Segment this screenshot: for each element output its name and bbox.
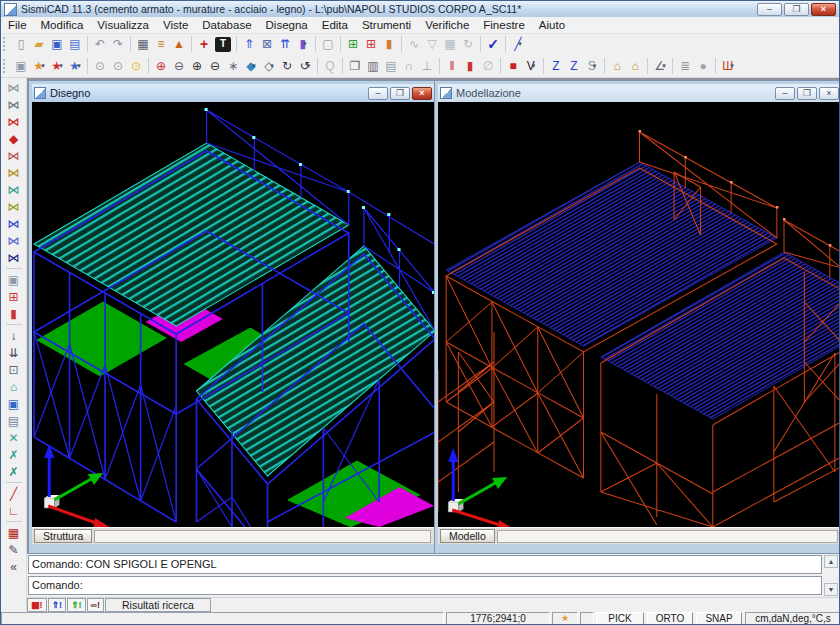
close-button[interactable]: × <box>811 3 836 16</box>
fill-red-square-button[interactable]: ■ <box>504 56 522 75</box>
tab-risultati-ricerca[interactable]: Risultati ricerca <box>105 598 211 612</box>
codes-manager-button[interactable]: ▦ <box>134 35 152 54</box>
beam-red-gray-button[interactable]: ⋈ <box>5 147 23 164</box>
angle-measure-button[interactable]: ∠▾ <box>651 56 669 75</box>
steel-z-2-button[interactable]: Z <box>565 56 583 75</box>
column-section-button[interactable]: ▮ <box>461 56 479 75</box>
tile-windows-button[interactable]: ❐ <box>346 56 364 75</box>
lamp-on-button[interactable]: ⊙ <box>127 56 145 75</box>
new-document-button[interactable]: ▯ <box>12 35 30 54</box>
window-blue-button[interactable]: ▣ <box>5 395 23 412</box>
menu-modifica[interactable]: Modifica <box>34 19 91 31</box>
save-table-button[interactable]: ▦ <box>5 524 23 541</box>
solid-block-button[interactable]: ▤ <box>382 56 400 75</box>
menu-database[interactable]: Database <box>195 19 258 31</box>
steel-s-dropdown-icon[interactable]: ▾ <box>593 62 597 70</box>
structure-check-button[interactable]: ⇈ <box>276 35 294 54</box>
reinforcement-button[interactable]: Ш▾ <box>719 56 737 75</box>
table-red-button[interactable]: ⊞ <box>5 288 23 305</box>
solid-view-dropdown-icon[interactable]: ▾ <box>303 40 307 48</box>
save-button[interactable]: ▣ <box>48 35 66 54</box>
menu-disegna[interactable]: Disegna <box>259 19 315 31</box>
diagram-column-button[interactable]: ▮ <box>380 35 398 54</box>
verify-v-dropdown-icon[interactable]: ▾ <box>532 62 536 70</box>
disegno-minimize-button[interactable]: – <box>368 87 388 100</box>
toolbar-grip[interactable] <box>3 37 8 51</box>
roof-design-2-button[interactable]: ⌂ <box>626 56 644 75</box>
dome-tool-button[interactable]: ∩ <box>400 56 418 75</box>
orto-toggle-button[interactable]: ORTO <box>647 612 693 625</box>
zoom-in-button[interactable]: ⊕ <box>188 56 206 75</box>
measure-12-button[interactable]: ✗ <box>5 463 23 480</box>
toolbar-grip[interactable] <box>3 59 8 73</box>
layer-stack-button[interactable]: ≣ <box>676 56 694 75</box>
orbit-view-button[interactable]: ↺▾ <box>296 56 314 75</box>
beam-yellow-red-button[interactable]: ⋈ <box>5 164 23 181</box>
command-prompt-input[interactable]: Comando: <box>28 576 822 595</box>
scroll-up-icon[interactable]: ▲ <box>824 555 838 568</box>
beam-release-gray-1-button[interactable]: ⋈ <box>5 79 23 96</box>
steel-z-1-button[interactable]: Z <box>547 56 565 75</box>
sheet-number-button[interactable]: ⊡ <box>5 361 23 378</box>
scroll-down-icon[interactable]: ▼ <box>824 583 838 596</box>
angle-measure-dropdown-icon[interactable]: ▾ <box>662 62 666 70</box>
plugin-manager-button[interactable]: + <box>195 35 213 54</box>
materials-archive-button[interactable]: ▲ <box>170 35 188 54</box>
cut-teal-button[interactable]: ✕ <box>5 429 23 446</box>
italic-o-button[interactable]: ∅ <box>479 56 497 75</box>
extrusion-box-button[interactable]: ▣ <box>12 56 30 75</box>
beam-release-gray-2-button[interactable]: ⋈ <box>5 96 23 113</box>
verify-v-button[interactable]: V▾ <box>522 56 540 75</box>
menu-strumenti[interactable]: Strumenti <box>355 19 418 31</box>
undo-button[interactable]: ↶ <box>91 35 109 54</box>
pan-button[interactable]: ∗ <box>224 56 242 75</box>
line-red-button[interactable]: ╱ <box>5 485 23 502</box>
wireframe-view-dropdown-icon[interactable]: ▾ <box>270 62 274 70</box>
alert-search-button[interactable]: ∞! <box>87 598 104 612</box>
table-results-red-button[interactable]: ⊞ <box>362 35 380 54</box>
alert-structure-button[interactable]: ⇑! <box>48 598 67 612</box>
section-cut-button[interactable]: ⊠ <box>258 35 276 54</box>
arrows-down-button[interactable]: ⇊ <box>5 344 23 361</box>
menu-finestre[interactable]: Finestre <box>476 19 532 31</box>
node-red-button[interactable]: ◆ <box>5 130 23 147</box>
zoom-out-button[interactable]: ⊖ <box>206 56 224 75</box>
zoom-previous-button[interactable]: ⊖ <box>170 56 188 75</box>
menu-edita[interactable]: Edita <box>315 19 355 31</box>
zoom-window-button[interactable]: ⊕ <box>152 56 170 75</box>
level-star-red-button[interactable]: ★▾ <box>48 56 66 75</box>
lamp-hidden-button[interactable]: ⊙ <box>91 56 109 75</box>
disegno-restore-button[interactable]: ❐ <box>390 87 410 100</box>
solid-view-button[interactable]: ▮▾ <box>294 35 312 54</box>
beam-section-red-button[interactable]: ‖ <box>443 56 461 75</box>
tab-modello[interactable]: Modello <box>440 529 495 543</box>
structure-input-button[interactable]: ⇑ <box>240 35 258 54</box>
menu-verifiche[interactable]: Verifiche <box>418 19 476 31</box>
level-star-blue-dropdown-icon[interactable]: ▾ <box>77 62 81 70</box>
disegno-3d-viewport[interactable] <box>32 102 434 527</box>
restore-button[interactable]: ❐ <box>784 3 809 16</box>
modellazione-close-button[interactable]: × <box>819 87 839 100</box>
level-star-blue-button[interactable]: ★▾ <box>66 56 84 75</box>
rotate-view-button[interactable]: ↻ <box>278 56 296 75</box>
modellazione-3d-viewport[interactable] <box>438 102 840 527</box>
alert-grid-button[interactable]: ▦! <box>27 598 47 612</box>
disegno-title-bar[interactable]: Disegno – ❐ × <box>32 84 434 102</box>
menu-file[interactable]: File <box>1 19 34 31</box>
minimize-button[interactable]: – <box>757 3 782 16</box>
menu-viste[interactable]: Viste <box>156 19 195 31</box>
shade-view-dropdown-icon[interactable]: ▾ <box>252 62 256 70</box>
rotate-tool-button[interactable]: ↻ <box>459 35 477 54</box>
image-tool-button[interactable]: ▦ <box>441 35 459 54</box>
draw-line-dropdown-icon[interactable]: ▾ <box>518 40 522 48</box>
confirm-check-button[interactable]: ✓ <box>484 35 502 54</box>
modellazione-title-bar[interactable]: Modellazione – ❐ × <box>438 84 840 102</box>
redo-button[interactable]: ↷ <box>109 35 127 54</box>
lamp-partial-button[interactable]: ⊙ <box>109 56 127 75</box>
draw-line-button[interactable]: ╱▾ <box>509 35 527 54</box>
eyedropper-button[interactable]: ✎ <box>5 541 23 558</box>
sphere-render-button[interactable]: ● <box>694 56 712 75</box>
reinforcement-dropdown-icon[interactable]: ▾ <box>730 62 734 70</box>
beam-red-arrows-button[interactable]: ⋈ <box>5 113 23 130</box>
copy-sheets-button[interactable]: ▤ <box>5 412 23 429</box>
